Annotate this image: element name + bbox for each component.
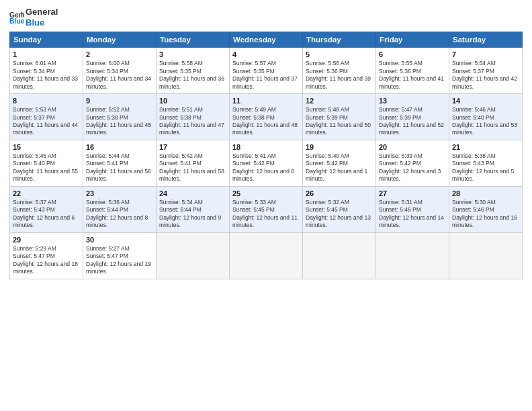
day-info: Sunrise: 5:58 AMSunset: 5:35 PMDaylight:… [159,60,224,89]
page: General Blue General Blue Sunday Monday … [0,0,532,411]
col-saturday: Saturday [449,32,523,48]
day-cell: 29 Sunrise: 5:29 AMSunset: 5:47 PMDaylig… [10,232,83,279]
day-cell: 10 Sunrise: 5:51 AMSunset: 5:38 PMDaylig… [157,94,230,140]
day-cell: 17 Sunrise: 5:42 AMSunset: 5:41 PMDaylig… [157,140,230,186]
col-wednesday: Wednesday [230,32,303,48]
day-cell: 27 Sunrise: 5:31 AMSunset: 5:46 PMDaylig… [376,186,449,232]
day-info: Sunrise: 5:27 AMSunset: 5:47 PMDaylight:… [86,245,151,275]
col-friday: Friday [376,32,449,48]
day-cell: 1 Sunrise: 6:01 AMSunset: 5:34 PMDayligh… [10,48,83,94]
col-monday: Monday [83,32,157,48]
day-cell: 28 Sunrise: 5:30 AMSunset: 5:46 PMDaylig… [449,186,523,232]
day-number: 24 [159,189,226,197]
day-cell: 21 Sunrise: 5:38 AMSunset: 5:43 PMDaylig… [449,140,523,186]
day-cell [157,232,230,279]
day-cell: 30 Sunrise: 5:27 AMSunset: 5:47 PMDaylig… [83,232,157,279]
day-number: 11 [232,97,300,105]
day-info: Sunrise: 5:55 AMSunset: 5:36 PMDaylight:… [379,60,444,89]
day-number: 17 [159,143,226,151]
day-number: 12 [306,97,373,105]
day-info: Sunrise: 5:47 AMSunset: 5:39 PMDaylight:… [379,106,444,136]
week-row-2: 8 Sunrise: 5:53 AMSunset: 5:37 PMDayligh… [10,94,523,140]
day-info: Sunrise: 6:01 AMSunset: 5:34 PMDaylight:… [13,60,78,89]
day-number: 8 [13,97,80,105]
day-cell: 12 Sunrise: 5:48 AMSunset: 5:39 PMDaylig… [303,94,376,140]
logo: General Blue General Blue [9,7,58,28]
svg-text:Blue: Blue [9,17,24,25]
day-info: Sunrise: 5:56 AMSunset: 5:36 PMDaylight:… [306,60,371,89]
day-number: 20 [379,143,446,151]
day-number: 26 [306,189,373,197]
day-cell: 25 Sunrise: 5:33 AMSunset: 5:45 PMDaylig… [230,186,303,232]
day-number: 27 [379,189,446,197]
day-cell: 6 Sunrise: 5:55 AMSunset: 5:36 PMDayligh… [376,48,449,94]
day-number: 19 [306,143,373,151]
day-cell [449,232,523,279]
day-cell: 24 Sunrise: 5:34 AMSunset: 5:44 PMDaylig… [157,186,230,232]
day-info: Sunrise: 5:36 AMSunset: 5:44 PMDaylight:… [86,199,148,228]
day-number: 2 [86,50,153,58]
day-cell: 23 Sunrise: 5:36 AMSunset: 5:44 PMDaylig… [83,186,157,232]
day-cell [376,232,449,279]
day-info: Sunrise: 5:42 AMSunset: 5:41 PMDaylight:… [159,152,224,182]
day-number: 21 [452,143,519,151]
header-row: Sunday Monday Tuesday Wednesday Thursday… [10,32,523,48]
day-cell: 4 Sunrise: 5:57 AMSunset: 5:35 PMDayligh… [230,48,303,94]
day-info: Sunrise: 5:53 AMSunset: 5:37 PMDaylight:… [13,106,78,136]
day-info: Sunrise: 5:37 AMSunset: 5:43 PMDaylight:… [13,199,75,228]
day-cell: 22 Sunrise: 5:37 AMSunset: 5:43 PMDaylig… [10,186,83,232]
col-sunday: Sunday [10,32,83,48]
day-info: Sunrise: 5:39 AMSunset: 5:42 PMDaylight:… [379,152,441,182]
day-cell: 20 Sunrise: 5:39 AMSunset: 5:42 PMDaylig… [376,140,449,186]
day-cell: 15 Sunrise: 5:45 AMSunset: 5:40 PMDaylig… [10,140,83,186]
day-info: Sunrise: 5:38 AMSunset: 5:43 PMDaylight:… [452,152,514,182]
header: General Blue General Blue [9,7,523,28]
day-cell: 8 Sunrise: 5:53 AMSunset: 5:37 PMDayligh… [10,94,83,140]
day-number: 25 [232,189,300,197]
day-cell [303,232,376,279]
week-row-5: 29 Sunrise: 5:29 AMSunset: 5:47 PMDaylig… [10,232,523,279]
day-info: Sunrise: 5:49 AMSunset: 5:38 PMDaylight:… [232,106,298,136]
col-thursday: Thursday [303,32,376,48]
day-cell: 3 Sunrise: 5:58 AMSunset: 5:35 PMDayligh… [157,48,230,94]
day-cell: 2 Sunrise: 6:00 AMSunset: 5:34 PMDayligh… [83,48,157,94]
day-info: Sunrise: 5:52 AMSunset: 5:38 PMDaylight:… [86,106,151,136]
day-number: 15 [13,143,80,151]
day-number: 13 [379,97,446,105]
day-info: Sunrise: 5:29 AMSunset: 5:47 PMDaylight:… [13,245,78,275]
day-cell: 9 Sunrise: 5:52 AMSunset: 5:38 PMDayligh… [83,94,157,140]
day-info: Sunrise: 5:51 AMSunset: 5:38 PMDaylight:… [159,106,224,136]
day-cell: 19 Sunrise: 5:40 AMSunset: 5:42 PMDaylig… [303,140,376,186]
day-cell [230,232,303,279]
day-number: 1 [13,50,80,58]
day-number: 9 [86,97,153,105]
day-info: Sunrise: 5:30 AMSunset: 5:46 PMDaylight:… [452,199,517,228]
col-tuesday: Tuesday [157,32,230,48]
day-cell: 18 Sunrise: 5:41 AMSunset: 5:42 PMDaylig… [230,140,303,186]
week-row-4: 22 Sunrise: 5:37 AMSunset: 5:43 PMDaylig… [10,186,523,232]
day-info: Sunrise: 5:45 AMSunset: 5:40 PMDaylight:… [13,152,78,182]
day-cell: 14 Sunrise: 5:46 AMSunset: 5:40 PMDaylig… [449,94,523,140]
day-cell: 11 Sunrise: 5:49 AMSunset: 5:38 PMDaylig… [230,94,303,140]
day-number: 14 [452,97,519,105]
day-info: Sunrise: 5:57 AMSunset: 5:35 PMDaylight:… [232,60,298,89]
day-cell: 7 Sunrise: 5:54 AMSunset: 5:37 PMDayligh… [449,48,523,94]
logo-text: General Blue [26,7,58,28]
day-info: Sunrise: 5:48 AMSunset: 5:39 PMDaylight:… [306,106,371,136]
day-info: Sunrise: 5:32 AMSunset: 5:45 PMDaylight:… [306,199,371,228]
logo-icon: General Blue [9,10,24,25]
day-number: 28 [452,189,519,197]
day-info: Sunrise: 5:54 AMSunset: 5:37 PMDaylight:… [452,60,517,89]
day-info: Sunrise: 5:31 AMSunset: 5:46 PMDaylight:… [379,199,444,228]
day-number: 5 [306,50,373,58]
day-cell: 13 Sunrise: 5:47 AMSunset: 5:39 PMDaylig… [376,94,449,140]
calendar-table: Sunday Monday Tuesday Wednesday Thursday… [9,32,523,279]
week-row-3: 15 Sunrise: 5:45 AMSunset: 5:40 PMDaylig… [10,140,523,186]
day-cell: 26 Sunrise: 5:32 AMSunset: 5:45 PMDaylig… [303,186,376,232]
day-number: 16 [86,143,153,151]
day-number: 10 [159,97,226,105]
day-number: 7 [452,50,519,58]
day-number: 22 [13,189,80,197]
day-info: Sunrise: 5:40 AMSunset: 5:42 PMDaylight:… [306,152,367,182]
day-cell: 16 Sunrise: 5:44 AMSunset: 5:41 PMDaylig… [83,140,157,186]
